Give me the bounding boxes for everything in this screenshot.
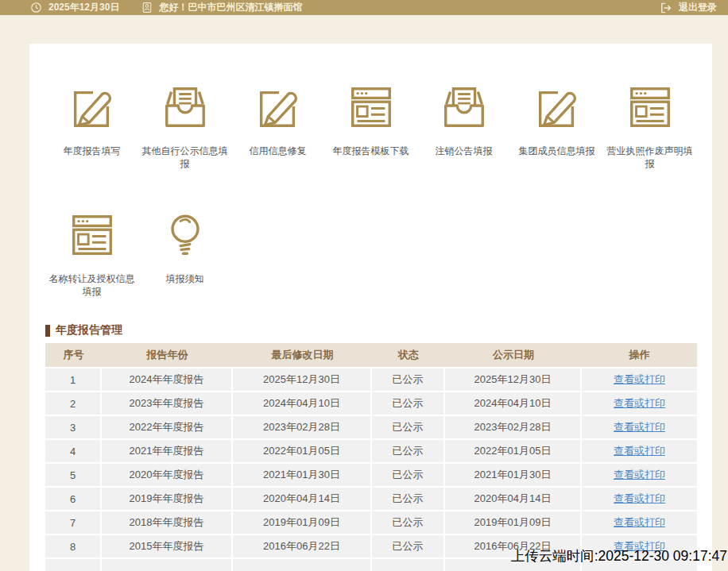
- table-cell-year: 2023年年度报告: [102, 391, 233, 415]
- table-header-cell: 序号: [45, 343, 102, 367]
- table-cell-status: 已公示: [372, 367, 445, 391]
- table-cell-no: 4: [45, 438, 102, 462]
- shortcut-item[interactable]: 其他自行公示信息填报: [138, 83, 231, 170]
- table-cell-action: 查看或打印: [582, 486, 697, 510]
- table-row: 22023年年度报告2024年04月10日已公示2024年04月10日查看或打印: [45, 391, 697, 415]
- table-cell-published: 2020年04月14日: [445, 486, 582, 510]
- shortcut-label: 信用信息修复: [246, 145, 310, 157]
- table-row: 52020年年度报告2021年01月30日已公示2021年01月30日查看或打印: [45, 462, 697, 486]
- table-cell-no: 2: [45, 391, 102, 415]
- edit-icon: [68, 83, 117, 132]
- shortcut-item[interactable]: 信用信息修复: [231, 83, 324, 170]
- table-row: 32022年年度报告2023年02月28日已公示2023年02月28日查看或打印: [45, 415, 697, 438]
- shortcut-row-2: 名称转让及授权信息填报填报须知: [45, 210, 697, 298]
- clock-icon: [30, 2, 42, 14]
- shortcut-item[interactable]: 营业执照作废声明填报: [603, 83, 696, 170]
- table-cell-modified: 2024年04月10日: [233, 391, 372, 415]
- table-body: 12024年年度报告2025年12月30日已公示2025年12月30日查看或打印…: [45, 367, 697, 571]
- table-cell-published: 2022年01月05日: [445, 438, 582, 462]
- topbar-greeting: 您好！巴中市巴州区清江镇擀面馆: [159, 1, 302, 14]
- shortcut-item[interactable]: 名称转让及授权信息填报: [45, 210, 138, 298]
- table-header-row: 序号报告年份最后修改日期状态公示日期操作: [45, 343, 697, 367]
- table-cell-empty: [45, 557, 102, 571]
- shortcut-label: 年度报告模板下载: [330, 145, 412, 157]
- table-cell-empty: [102, 557, 233, 571]
- inbox-icon: [440, 83, 489, 132]
- shortcut-label: 填报须知: [163, 272, 207, 285]
- table-cell-empty: [372, 557, 445, 571]
- shortcut-label: 其他自行公示信息填报: [138, 145, 231, 170]
- table-cell-year: 2022年年度报告: [102, 415, 233, 438]
- table-cell-no: 7: [45, 510, 102, 534]
- shortcut-item[interactable]: 填报须知: [138, 210, 231, 298]
- shortcut-label: 名称转让及授权信息填报: [45, 272, 138, 298]
- topbar: 2025年12月30日 您好！巴中市巴州区清江镇擀面馆 退出登录: [0, 0, 728, 15]
- shortcut-item[interactable]: 年度报告填写: [45, 83, 138, 170]
- main-panel: 年度报告填写其他自行公示信息填报信用信息修复年度报告模板下载注销公告填报集团成员…: [29, 44, 712, 571]
- edit-icon: [532, 83, 582, 132]
- view-print-link[interactable]: 查看或打印: [614, 469, 665, 480]
- table-cell-status: 已公示: [372, 438, 445, 462]
- table-cell-year: 2021年年度报告: [102, 438, 233, 462]
- section-title-marker: [45, 325, 50, 337]
- table-cell-modified: 2016年06月22日: [233, 534, 372, 557]
- table-cell-published: 2024年04月10日: [445, 391, 582, 415]
- shortcut-item[interactable]: 注销公告填报: [417, 83, 510, 170]
- upload-time-overlay: 上传云端时间:2025-12-30 09:17:47: [511, 546, 727, 565]
- table-cell-modified: 2025年12月30日: [233, 367, 372, 391]
- logout-button[interactable]: 退出登录: [660, 1, 717, 14]
- template-icon: [68, 210, 117, 260]
- view-print-link[interactable]: 查看或打印: [614, 445, 665, 457]
- view-print-link[interactable]: 查看或打印: [614, 492, 665, 504]
- table-cell-status: 已公示: [372, 486, 445, 510]
- table-cell-action: 查看或打印: [582, 510, 697, 534]
- table-cell-modified: 2020年04月14日: [233, 486, 372, 510]
- table-cell-modified: 2021年01月30日: [233, 462, 372, 486]
- table-cell-year: 2018年年度报告: [102, 510, 233, 534]
- table-cell-published: 2025年12月30日: [445, 367, 582, 391]
- table-cell-action: 查看或打印: [582, 462, 697, 486]
- section-title-text: 年度报告管理: [56, 323, 122, 338]
- table-cell-modified: 2023年02月28日: [233, 415, 372, 438]
- view-print-link[interactable]: 查看或打印: [614, 421, 665, 433]
- shortcut-item[interactable]: 集团成员信息填报: [510, 83, 603, 170]
- edit-icon: [254, 83, 303, 132]
- table-cell-no: 3: [45, 415, 102, 438]
- shortcut-item[interactable]: 年度报告模板下载: [324, 83, 417, 170]
- shortcut-label: 营业执照作废声明填报: [603, 145, 696, 170]
- table-header-cell: 操作: [582, 343, 697, 367]
- shortcut-label: 年度报告填写: [60, 145, 124, 157]
- table-cell-published: 2023年02月28日: [445, 415, 582, 438]
- table-cell-modified: 2019年01月09日: [233, 510, 372, 534]
- table-cell-published: 2021年01月30日: [445, 462, 582, 486]
- table-header-cell: 最后修改日期: [233, 343, 372, 367]
- table-cell-status: 已公示: [372, 391, 445, 415]
- table-header-cell: 状态: [372, 343, 445, 367]
- table-cell-year: 2015年年度报告: [102, 534, 233, 557]
- topbar-date: 2025年12月30日: [48, 1, 119, 14]
- annual-report-table: 序号报告年份最后修改日期状态公示日期操作 12024年年度报告2025年12月3…: [45, 343, 697, 571]
- table-cell-status: 已公示: [372, 534, 445, 557]
- bulb-icon: [161, 210, 210, 260]
- table-row: 42021年年度报告2022年01月05日已公示2022年01月05日查看或打印: [45, 438, 697, 462]
- logout-label: 退出登录: [679, 1, 717, 14]
- table-cell-action: 查看或打印: [582, 391, 697, 415]
- table-cell-status: 已公示: [372, 462, 445, 486]
- table-cell-no: 8: [45, 534, 102, 557]
- table-header-cell: 报告年份: [102, 343, 233, 367]
- table-cell-action: 查看或打印: [582, 415, 697, 438]
- view-print-link[interactable]: 查看或打印: [614, 516, 665, 528]
- table-cell-action: 查看或打印: [582, 367, 697, 391]
- view-print-link[interactable]: 查看或打印: [614, 373, 665, 385]
- table-cell-status: 已公示: [372, 415, 445, 438]
- shortcut-row-1: 年度报告填写其他自行公示信息填报信用信息修复年度报告模板下载注销公告填报集团成员…: [45, 83, 697, 170]
- table-cell-no: 5: [45, 462, 102, 486]
- shortcut-label: 集团成员信息填报: [516, 145, 598, 157]
- view-print-link[interactable]: 查看或打印: [614, 397, 665, 409]
- inbox-icon: [161, 83, 210, 132]
- template-icon: [625, 83, 675, 132]
- table-cell-published: 2019年01月09日: [445, 510, 582, 534]
- template-icon: [347, 83, 396, 132]
- table-cell-status: 已公示: [372, 510, 445, 534]
- table-cell-year: 2019年年度报告: [102, 486, 233, 510]
